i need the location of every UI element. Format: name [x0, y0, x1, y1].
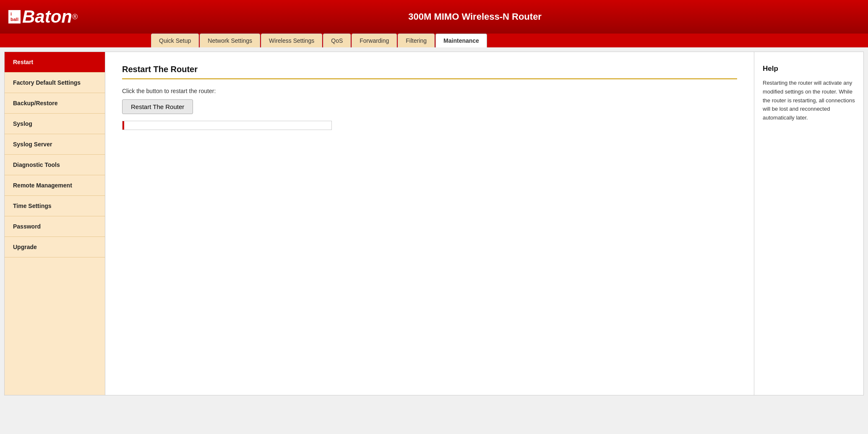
sidebar-item-remote-management[interactable]: Remote Management: [5, 175, 105, 196]
nav-tabs: Quick Setup Network Settings Wireless Se…: [0, 34, 868, 47]
registered-mark: ®: [72, 13, 78, 21]
sidebar-item-backup-restore[interactable]: Backup/Restore: [5, 93, 105, 114]
tab-network-settings[interactable]: Network Settings: [200, 34, 260, 47]
instruction-text: Click the button to restart the router:: [122, 88, 737, 94]
sidebar-item-factory-default[interactable]: Factory Default Settings: [5, 73, 105, 93]
tab-maintenance[interactable]: Maintenance: [435, 34, 487, 47]
restart-router-button[interactable]: Restart The Router: [122, 99, 193, 114]
tab-forwarding[interactable]: Forwarding: [352, 34, 397, 47]
tab-wireless-settings[interactable]: Wireless Settings: [261, 34, 322, 47]
sidebar-item-upgrade[interactable]: Upgrade: [5, 237, 105, 257]
tab-qos[interactable]: QoS: [323, 34, 351, 47]
sidebar-item-syslog[interactable]: Syslog: [5, 114, 105, 134]
page-title: 300M MIMO Wireless-N Router: [90, 11, 860, 22]
sidebar-item-diagnostic-tools[interactable]: Diagnostic Tools: [5, 155, 105, 175]
tab-quick-setup[interactable]: Quick Setup: [151, 34, 199, 47]
sidebar: Restart Factory Default Settings Backup/…: [5, 52, 105, 395]
logo-box: i ball: [8, 10, 21, 23]
sidebar-item-restart[interactable]: Restart: [5, 52, 105, 73]
brand-name: Baton: [22, 7, 72, 27]
help-panel: Help Restarting the router will activate…: [754, 52, 863, 395]
logo-area: i ball Baton ®: [8, 7, 78, 27]
main-container: Restart Factory Default Settings Backup/…: [4, 52, 864, 395]
content-area: Restart The Router Click the button to r…: [105, 52, 754, 395]
tab-filtering[interactable]: Filtering: [398, 34, 435, 47]
sidebar-item-password[interactable]: Password: [5, 216, 105, 237]
sidebar-item-time-settings[interactable]: Time Settings: [5, 196, 105, 216]
section-title: Restart The Router: [122, 65, 737, 79]
sidebar-item-syslog-server[interactable]: Syslog Server: [5, 134, 105, 155]
progress-cursor: [123, 121, 124, 130]
header: i ball Baton ® 300M MIMO Wireless-N Rout…: [0, 0, 868, 34]
help-text: Restarting the router will activate any …: [763, 79, 855, 122]
progress-bar: [122, 121, 332, 130]
help-title: Help: [763, 65, 855, 73]
